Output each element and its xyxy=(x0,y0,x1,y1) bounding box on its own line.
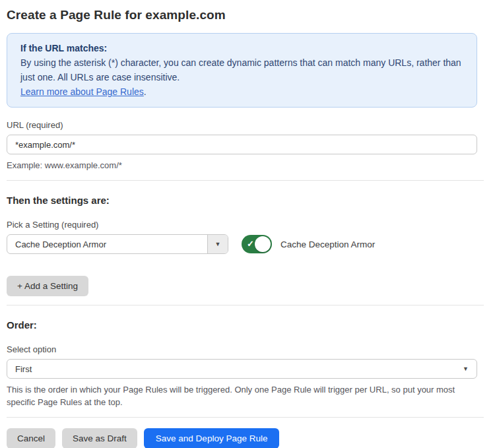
chevron-down-icon: ▼ xyxy=(463,366,469,372)
pick-setting-label: Pick a Setting (required) xyxy=(7,220,477,230)
save-draft-button[interactable]: Save as Draft xyxy=(62,428,137,448)
check-icon: ✓ xyxy=(247,239,254,249)
link-suffix: . xyxy=(144,86,147,97)
divider xyxy=(7,305,484,305)
create-page-rule-form: Create a Page Rule for example.com If th… xyxy=(0,0,484,448)
add-setting-button[interactable]: + Add a Setting xyxy=(7,276,88,296)
info-box-body: By using the asterisk (*) character, you… xyxy=(20,55,463,84)
url-input[interactable] xyxy=(7,135,477,154)
setting-toggle-label: Cache Deception Armor xyxy=(280,240,375,249)
url-field: URL (required) Example: www.example.com/… xyxy=(7,120,477,172)
setting-toggle-wrap: ✓ Cache Deception Armor xyxy=(242,235,375,253)
info-box-link-line: Learn more about Page Rules. xyxy=(20,84,463,99)
url-label: URL (required) xyxy=(7,120,477,130)
setting-select[interactable]: Cache Deception Armor ▼ xyxy=(7,234,228,254)
divider xyxy=(7,180,484,181)
order-section-heading: Order: xyxy=(7,319,477,331)
setting-toggle[interactable]: ✓ xyxy=(242,235,272,253)
order-select-label: Select option xyxy=(7,344,477,354)
url-match-info-box: If the URL matches: By using the asteris… xyxy=(7,33,477,108)
chevron-down-icon[interactable]: ▼ xyxy=(207,235,228,253)
save-deploy-button[interactable]: Save and Deploy Page Rule xyxy=(144,428,280,448)
order-select[interactable]: First ▼ xyxy=(7,359,477,379)
toggle-knob xyxy=(255,236,271,252)
footer-actions: Cancel Save as Draft Save and Deploy Pag… xyxy=(7,428,477,448)
page-title: Create a Page Rule for example.com xyxy=(7,8,477,22)
setting-select-value: Cache Deception Armor xyxy=(7,235,207,253)
order-helper-text: This is the order in which your Page Rul… xyxy=(7,383,477,408)
setting-row: Cache Deception Armor ▼ ✓ Cache Deceptio… xyxy=(7,234,477,254)
cancel-button[interactable]: Cancel xyxy=(7,428,55,448)
info-box-heading: If the URL matches: xyxy=(20,41,463,55)
settings-section-heading: Then the settings are: xyxy=(7,195,477,206)
learn-more-link[interactable]: Learn more about Page Rules xyxy=(20,86,144,97)
order-select-value: First xyxy=(15,364,32,374)
url-helper-text: Example: www.example.com/* xyxy=(7,159,477,172)
divider xyxy=(7,417,484,418)
